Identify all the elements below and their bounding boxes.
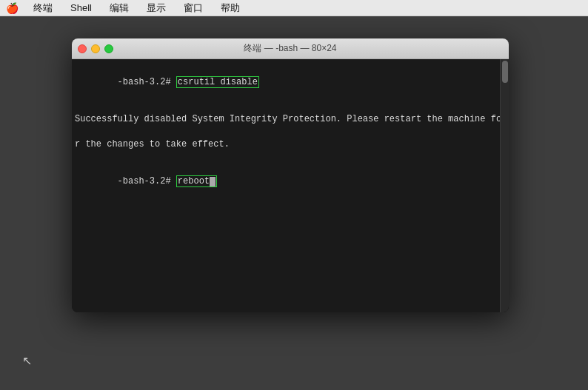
cursor — [210, 177, 216, 186]
prompt-1: -bash-3.2# — [118, 77, 176, 87]
desktop-cursor: ↖ — [22, 354, 32, 368]
traffic-lights — [78, 44, 113, 53]
command-2: reboot — [176, 175, 217, 187]
terminal-title: 终端 — -bash — 80×24 — [244, 42, 336, 55]
terminal-line-3: r the changes to take effect. — [75, 138, 506, 151]
view-menu-item[interactable]: 显示 — [144, 1, 169, 16]
menubar: 🍎 终端 Shell 编辑 显示 窗口 帮助 — [0, 0, 588, 16]
apple-menu[interactable]: 🍎 — [6, 2, 19, 14]
terminal-line-2: Successfully disabled System Integrity P… — [75, 113, 506, 126]
close-button[interactable] — [78, 44, 87, 53]
minimize-button[interactable] — [91, 44, 100, 53]
terminal-content[interactable]: -bash-3.2# csrutil disable Successfully … — [72, 59, 509, 312]
terminal-line-4: -bash-3.2# reboot — [75, 163, 506, 200]
terminal-menu-item[interactable]: 终端 — [30, 1, 56, 16]
maximize-button[interactable] — [104, 44, 113, 53]
window-menu-item[interactable]: 窗口 — [181, 1, 206, 16]
prompt-2: -bash-3.2# — [118, 176, 176, 186]
terminal-line-1: -bash-3.2# csrutil disable — [75, 64, 506, 101]
shell-menu-item[interactable]: Shell — [67, 1, 95, 14]
terminal-scrollbar[interactable] — [500, 59, 509, 312]
help-menu-item[interactable]: 帮助 — [218, 1, 243, 16]
desktop: 终端 — -bash — 80×24 -bash-3.2# csrutil di… — [0, 16, 588, 390]
scrollbar-thumb[interactable] — [502, 61, 508, 83]
command-1: csrutil disable — [176, 76, 259, 88]
terminal-window: 终端 — -bash — 80×24 -bash-3.2# csrutil di… — [72, 38, 509, 312]
terminal-titlebar: 终端 — -bash — 80×24 — [72, 38, 509, 59]
edit-menu-item[interactable]: 编辑 — [107, 1, 132, 16]
